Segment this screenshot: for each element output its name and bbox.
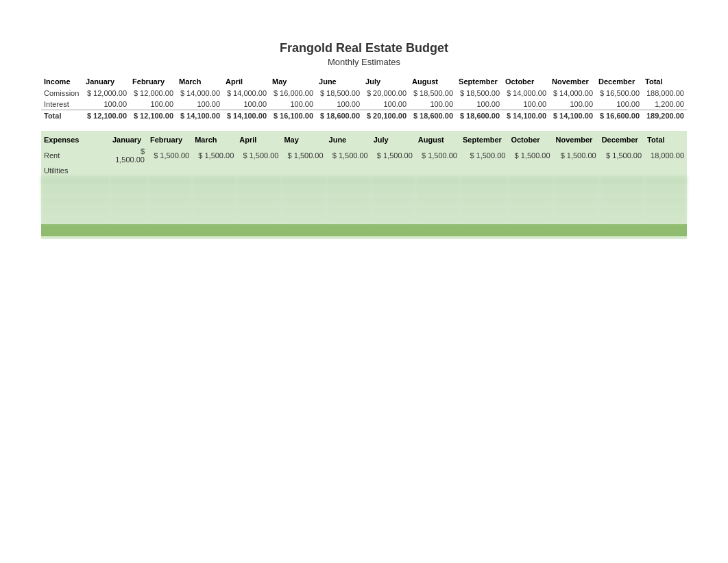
income-total-dec: $ 16,600.00 <box>596 110 642 122</box>
blurred-row-3 <box>41 195 687 205</box>
income-total-jun: $ 18,600.00 <box>316 110 363 122</box>
spacer <box>41 121 687 131</box>
interest-label: Interest <box>41 99 83 110</box>
income-total-apr: $ 14,100.00 <box>223 110 269 122</box>
interest-dec: 100.00 <box>596 99 642 110</box>
rent-aug: $ 1,500.00 <box>415 146 460 165</box>
interest-total: 1,200.00 <box>642 99 687 110</box>
income-jun-header: June <box>316 75 363 88</box>
rent-nov: $ 1,500.00 <box>553 146 599 165</box>
income-total-may: $ 16,100.00 <box>269 110 316 122</box>
expenses-wrapper: Expenses January February March April Ma… <box>41 131 687 239</box>
expenses-sep-header: September <box>460 134 508 146</box>
comission-jan: $ 12,000.00 <box>83 88 130 99</box>
expenses-jul-header: July <box>371 134 415 146</box>
interest-jan: 100.00 <box>83 99 130 110</box>
income-feb-header: February <box>130 75 176 88</box>
expenses-label: Expenses <box>41 134 110 146</box>
blurred-row-1 <box>41 176 687 186</box>
expenses-jun-header: June <box>326 134 371 146</box>
income-jul-header: July <box>363 75 409 88</box>
income-total-label: Total <box>41 110 83 122</box>
rent-may: $ 1,500.00 <box>281 146 326 165</box>
interest-row: Interest 100.00 100.00 100.00 100.00 100… <box>41 99 687 110</box>
rent-jun: $ 1,500.00 <box>326 146 371 165</box>
income-jan-header: January <box>83 75 130 88</box>
comission-dec: $ 16,500.00 <box>596 88 642 99</box>
blurred-row-2 <box>41 186 687 195</box>
expenses-feb-header: February <box>147 134 192 146</box>
rent-oct: $ 1,500.00 <box>508 146 553 165</box>
rent-mar: $ 1,500.00 <box>192 146 236 165</box>
rent-dec: $ 1,500.00 <box>599 146 644 165</box>
comission-jul: $ 20,000.00 <box>363 88 409 99</box>
comission-oct: $ 14,000.00 <box>502 88 549 99</box>
expenses-apr-header: April <box>236 134 281 146</box>
income-apr-header: April <box>223 75 269 88</box>
rent-jan: $ 1,500.00 <box>110 146 147 165</box>
interest-apr: 100.00 <box>223 99 269 110</box>
comission-may: $ 16,000.00 <box>269 88 316 99</box>
income-nov-header: November <box>549 75 596 88</box>
sub-title: Monthly Estimates <box>41 57 687 67</box>
interest-mar: 100.00 <box>176 99 223 110</box>
income-mar-header: March <box>176 75 223 88</box>
expenses-oct-header: October <box>508 134 553 146</box>
utilities-values <box>110 165 687 176</box>
income-sep-header: September <box>456 75 502 88</box>
rent-row: Rent $ 1,500.00 $ 1,500.00 $ 1,500.00 $ … <box>41 146 687 165</box>
rent-sep: $ 1,500.00 <box>460 146 508 165</box>
rent-total: 18,000.00 <box>644 146 687 165</box>
comission-label: Comission <box>41 88 83 99</box>
expenses-section-header: Expenses January February March April Ma… <box>41 134 687 146</box>
blurred-row-5 <box>41 214 687 224</box>
income-total-oct: $ 14,100.00 <box>502 110 549 122</box>
comission-sep: $ 18,500.00 <box>456 88 502 99</box>
income-total-jan: $ 12,100.00 <box>83 110 130 122</box>
utilities-row: Utilities <box>41 165 687 176</box>
income-total-feb: $ 12,100.00 <box>130 110 176 122</box>
income-section-header: Income January February March April May … <box>41 75 687 88</box>
income-total-sep: $ 18,600.00 <box>456 110 502 122</box>
interest-sep: 100.00 <box>456 99 502 110</box>
income-table: Income January February March April May … <box>41 75 687 131</box>
comission-nov: $ 14,000.00 <box>549 88 596 99</box>
utilities-label: Utilities <box>41 165 110 176</box>
rent-feb: $ 1,500.00 <box>147 146 192 165</box>
income-total-header: Total <box>642 75 687 88</box>
blurred-row-4 <box>41 205 687 214</box>
rent-jul: $ 1,500.00 <box>371 146 415 165</box>
comission-aug: $ 18,500.00 <box>409 88 456 99</box>
interest-jun: 100.00 <box>316 99 363 110</box>
income-may-header: May <box>269 75 316 88</box>
income-label: Income <box>41 75 83 88</box>
income-total-nov: $ 14,100.00 <box>549 110 596 122</box>
income-aug-header: August <box>409 75 456 88</box>
expenses-may-header: May <box>281 134 326 146</box>
interest-oct: 100.00 <box>502 99 549 110</box>
income-total-row: Total $ 12,100.00 $ 12,100.00 $ 14,100.0… <box>41 110 687 122</box>
expenses-nov-header: November <box>553 134 599 146</box>
comission-feb: $ 12,000.00 <box>130 88 176 99</box>
expenses-total-header: Total <box>644 134 687 146</box>
comission-row: Comission $ 12,000.00 $ 12,000.00 $ 14,0… <box>41 88 687 99</box>
income-total-mar: $ 14,100.00 <box>176 110 223 122</box>
comission-total: 188,000.00 <box>642 88 687 99</box>
expenses-mar-header: March <box>192 134 236 146</box>
income-total-total: 189,200.00 <box>642 110 687 122</box>
interest-aug: 100.00 <box>409 99 456 110</box>
expenses-jan-header: January <box>110 134 147 146</box>
income-oct-header: October <box>502 75 549 88</box>
rent-label: Rent <box>41 146 110 165</box>
income-dec-header: December <box>596 75 642 88</box>
comission-apr: $ 14,000.00 <box>223 88 269 99</box>
income-total-aug: $ 18,600.00 <box>409 110 456 122</box>
comission-mar: $ 14,000.00 <box>176 88 223 99</box>
interest-nov: 100.00 <box>549 99 596 110</box>
expenses-total-row <box>41 224 687 236</box>
interest-may: 100.00 <box>269 99 316 110</box>
expenses-aug-header: August <box>415 134 460 146</box>
expenses-dec-header: December <box>599 134 644 146</box>
page-container: Frangold Real Estate Budget Monthly Esti… <box>0 0 728 563</box>
main-title: Frangold Real Estate Budget <box>41 41 687 55</box>
